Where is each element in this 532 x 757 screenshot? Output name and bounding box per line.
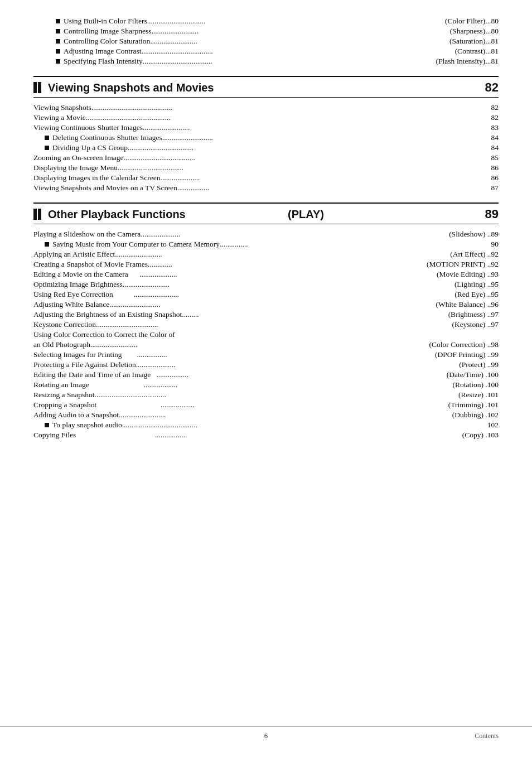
dot-leaders: ......................... bbox=[143, 123, 491, 132]
top-subitems-block: Using Built-in Color Filters ...........… bbox=[33, 17, 499, 66]
item-keyword: (White Balance) .. bbox=[436, 300, 491, 309]
section-icon bbox=[33, 82, 41, 93]
item-title: Keystone Correction bbox=[33, 320, 96, 329]
item-page: 81 bbox=[491, 57, 499, 66]
item-page: 84 bbox=[491, 133, 499, 142]
item-title: Playing a Slideshow on the Camera bbox=[33, 230, 141, 239]
item-page: 82 bbox=[491, 103, 499, 112]
item-keyword: (MOTION PRINT) .. bbox=[427, 260, 491, 269]
list-item: Specifying Flash Intensity .............… bbox=[33, 57, 499, 66]
item-page: 100 bbox=[487, 370, 499, 379]
item-title: Cropping a Snapshot bbox=[33, 401, 161, 409]
item-title: Displaying Images in the Calendar Screen bbox=[33, 173, 161, 182]
item-title: Editing a Movie on the Camera bbox=[33, 270, 139, 279]
item-keyword: (Protect) .. bbox=[459, 360, 491, 369]
footer-page-number: 6 bbox=[0, 731, 532, 740]
item-page: 103 bbox=[487, 431, 499, 440]
item-title: Resizing a Snapshot bbox=[33, 390, 95, 399]
item-page: 102 bbox=[487, 421, 499, 430]
dot-leaders: ..................................... bbox=[143, 57, 436, 66]
dot-leaders: ......... bbox=[182, 310, 448, 319]
dot-leaders: ..................... bbox=[136, 360, 459, 369]
dot-leaders: ................. bbox=[177, 184, 491, 192]
bullet-icon bbox=[56, 49, 60, 54]
dot-leaders: ......................... bbox=[151, 27, 449, 36]
dot-leaders: ......................... bbox=[90, 340, 429, 349]
item-keyword: (Copy) . bbox=[462, 431, 487, 440]
list-item: Adding Audio to a Snapshot .............… bbox=[33, 411, 499, 420]
section-page: 89 bbox=[485, 207, 499, 221]
item-keyword: (Sharpness)... bbox=[450, 27, 491, 36]
bullet-icon bbox=[56, 29, 60, 33]
item-keyword: (Art Effect) .. bbox=[450, 250, 491, 259]
item-page: 92 bbox=[491, 260, 499, 269]
section-title: Viewing Snapshots and Movies bbox=[48, 81, 214, 94]
list-item: Viewing a Movie ........................… bbox=[33, 113, 499, 122]
item-title: Viewing Continuous Shutter Images bbox=[33, 123, 143, 132]
item-page: 80 bbox=[491, 27, 499, 36]
item-page: 86 bbox=[491, 173, 499, 182]
section-icon-bar1 bbox=[33, 82, 37, 93]
list-item: Saving Music from Your Computer to Camer… bbox=[33, 240, 499, 249]
item-page: 85 bbox=[491, 153, 499, 162]
item-page: 101 bbox=[487, 401, 499, 409]
dot-leaders: ...................................... bbox=[141, 47, 454, 56]
list-item: Controlling Image Sharpness ............… bbox=[33, 27, 499, 36]
dot-leaders: ................................. bbox=[96, 320, 452, 329]
list-item: Selecting Images for Printing ..........… bbox=[33, 350, 499, 359]
dot-leaders: ...................................... bbox=[124, 153, 491, 162]
list-item: an Old Photograph ......................… bbox=[33, 340, 499, 349]
item-keyword: (Brightness) .. bbox=[448, 310, 491, 319]
dot-leaders: ......................... bbox=[115, 250, 450, 259]
list-item: Protecting a File Against Deletion .....… bbox=[33, 360, 499, 369]
dot-leaders: ............. bbox=[148, 260, 427, 269]
item-title: Adjusting White Balance bbox=[33, 300, 109, 309]
item-title: Using Built-in Color Filters bbox=[64, 17, 147, 26]
list-item: Rotating an Image .................. (Ro… bbox=[33, 380, 499, 389]
item-title: Viewing Snapshots and Movies on a TV Scr… bbox=[33, 184, 177, 192]
item-keyword: (Resize) . bbox=[458, 390, 487, 399]
dot-leaders: ......................... bbox=[119, 411, 452, 420]
list-item: Using Red Eye Correction ...............… bbox=[33, 290, 499, 299]
item-title: Creating a Snapshot of Movie Frames bbox=[33, 260, 148, 269]
item-title: Specifying Flash Intensity bbox=[64, 57, 143, 66]
item-page: 86 bbox=[491, 163, 499, 172]
item-keyword: (Trimming) . bbox=[448, 401, 487, 409]
section2-items: Playing a Slideshow on the Camera ......… bbox=[33, 230, 499, 440]
dot-leaders: ......................... bbox=[123, 280, 454, 289]
item-keyword: (Slideshow) .. bbox=[449, 230, 491, 239]
item-page: 97 bbox=[491, 320, 499, 329]
item-title: Using Red Eye Correction bbox=[33, 290, 134, 299]
list-item: Optimizing Image Brightness ............… bbox=[33, 280, 499, 289]
item-keyword: (Color Filter)... bbox=[445, 17, 491, 26]
section-header-left: Viewing Snapshots and Movies bbox=[33, 81, 214, 94]
item-page: 81 bbox=[491, 47, 499, 56]
section1-items: Viewing Snapshots ......................… bbox=[33, 103, 499, 192]
item-title: Saving Music from Your Computer to Camer… bbox=[52, 240, 220, 249]
item-keyword: (Red Eye) .. bbox=[454, 290, 491, 299]
list-item: Displaying Images in the Calendar Screen… bbox=[33, 173, 499, 182]
section-icon-bar1 bbox=[33, 209, 37, 220]
item-page: 82 bbox=[491, 113, 499, 122]
dot-leaders: .................. bbox=[161, 401, 448, 409]
footer-label: Contents bbox=[475, 732, 499, 740]
section-icon-bar2 bbox=[38, 82, 41, 93]
list-item: Adjusting Image Contrast ...............… bbox=[33, 47, 499, 56]
item-page: 89 bbox=[491, 230, 499, 239]
item-title: Adjusting the Brightness of an Existing … bbox=[33, 310, 182, 319]
item-title: Zooming an On-screen Image bbox=[33, 153, 124, 162]
item-keyword: (Rotation) . bbox=[453, 380, 487, 389]
list-item: Resizing a Snapshot ....................… bbox=[33, 390, 499, 399]
dot-leaders: ........................... bbox=[162, 133, 491, 142]
item-page: 90 bbox=[491, 240, 499, 249]
dot-leaders: ........................................ bbox=[122, 421, 487, 430]
section-page: 82 bbox=[485, 80, 499, 95]
item-keyword: (Date/Time) . bbox=[447, 370, 487, 379]
item-keyword: (Movie Editing) .. bbox=[437, 270, 491, 279]
dot-leaders: ........................ bbox=[134, 290, 454, 299]
dot-leaders: ......................... bbox=[150, 37, 449, 46]
list-item: Dividing Up a CS Group .................… bbox=[33, 143, 499, 152]
dot-leaders: ..................... bbox=[161, 173, 491, 182]
item-title: Rotating an Image bbox=[33, 380, 144, 389]
list-item: Using Color Correction to Correct the Co… bbox=[33, 330, 499, 339]
